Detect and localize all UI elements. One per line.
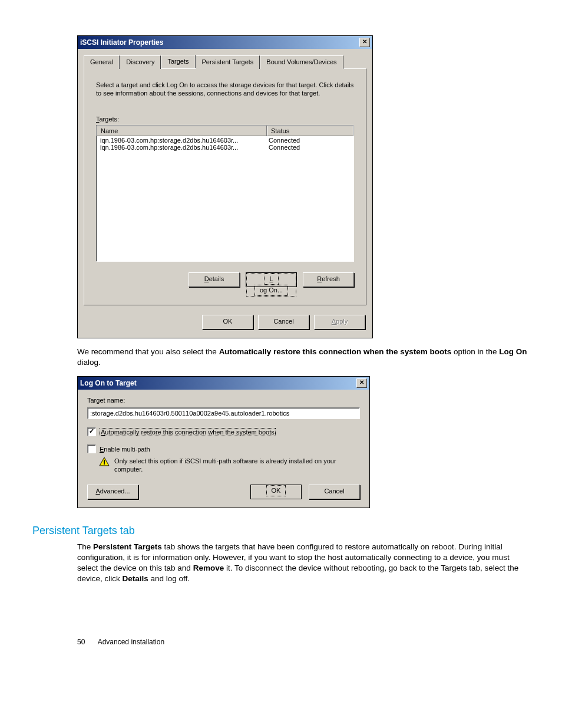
details-button[interactable]: Details: [189, 272, 240, 287]
tab-content: Select a target and click Log On to acce…: [84, 68, 366, 305]
tab-persistent-targets[interactable]: Persistent Targets: [196, 55, 260, 69]
column-header-name[interactable]: Name: [97, 126, 267, 136]
log-on-to-target-dialog: Log On to Target ✕ Target name: :storage…: [77, 376, 370, 508]
targets-list[interactable]: Name Status iqn.1986-03.com.hp:storage.d…: [96, 125, 354, 262]
svg-rect-2: [104, 463, 105, 465]
warning-icon: [99, 457, 110, 466]
targets-label: Targets:: [96, 116, 354, 123]
persistent-targets-heading: Persistent Targets tab: [32, 525, 530, 537]
target-status-cell: Connected: [265, 144, 300, 151]
table-row[interactable]: iqn.1986-03.com.hp:storage.d2dbs.hu16460…: [97, 144, 353, 151]
refresh-button[interactable]: Refresh: [303, 272, 354, 287]
tab-targets[interactable]: Targets: [161, 55, 195, 68]
ok-button[interactable]: OK: [202, 315, 253, 330]
footer-text: Advanced installation: [98, 638, 164, 646]
iscsi-properties-dialog: iSCSI Initiator Properties ✕ General Dis…: [77, 35, 373, 338]
column-header-status[interactable]: Status: [267, 126, 353, 136]
dialog-title: Log On to Target: [80, 379, 137, 387]
close-icon[interactable]: ✕: [359, 38, 370, 47]
dialog-title: iSCSI Initiator Properties: [80, 38, 163, 47]
page-footer: 50 Advanced installation: [32, 638, 530, 646]
auto-restore-checkbox[interactable]: ✓: [87, 427, 96, 436]
target-name-field[interactable]: :storage.d2dbs.hu164603r0.500110a0002a9e…: [87, 407, 360, 419]
title-bar: Log On to Target ✕: [78, 377, 369, 390]
title-bar: iSCSI Initiator Properties ✕: [78, 36, 372, 49]
table-row[interactable]: iqn.1986-03.com.hp:storage.d2dbs.hu16460…: [97, 137, 353, 144]
tab-bound-volumes[interactable]: Bound Volumes/Devices: [260, 55, 343, 69]
cancel-button[interactable]: Cancel: [258, 315, 309, 330]
page-number: 50: [77, 638, 96, 646]
log-on-button[interactable]: Log On...: [246, 272, 297, 287]
close-icon[interactable]: ✕: [356, 378, 367, 388]
recommendation-paragraph: We recommend that you also select the Au…: [77, 347, 530, 368]
advanced-button[interactable]: Advanced...: [87, 485, 138, 499]
target-status-cell: Connected: [265, 137, 300, 144]
persistent-targets-paragraph: The Persistent Targets tab shows the tar…: [77, 542, 530, 585]
cancel-button[interactable]: Cancel: [309, 485, 360, 499]
tab-discovery[interactable]: Discovery: [120, 55, 161, 69]
target-name-cell: iqn.1986-03.com.hp:storage.d2dbs.hu16460…: [97, 137, 265, 144]
target-name-cell: iqn.1986-03.com.hp:storage.d2dbs.hu16460…: [97, 144, 265, 151]
enable-multipath-checkbox[interactable]: [87, 444, 96, 453]
svg-rect-1: [104, 460, 105, 463]
ok-button[interactable]: OK: [250, 485, 302, 499]
tab-general[interactable]: General: [84, 55, 120, 69]
enable-multipath-label[interactable]: Enable multi-path: [100, 446, 150, 453]
auto-restore-label[interactable]: Automatically restore this connection wh…: [100, 429, 276, 436]
tab-description: Select a target and click Log On to acce…: [96, 81, 354, 98]
target-name-label: Target name:: [87, 397, 360, 404]
tab-strip: General Discovery Targets Persistent Tar…: [84, 55, 366, 68]
apply-button: Apply: [314, 315, 365, 330]
warning-text: Only select this option if iSCSI multi-p…: [114, 457, 360, 474]
